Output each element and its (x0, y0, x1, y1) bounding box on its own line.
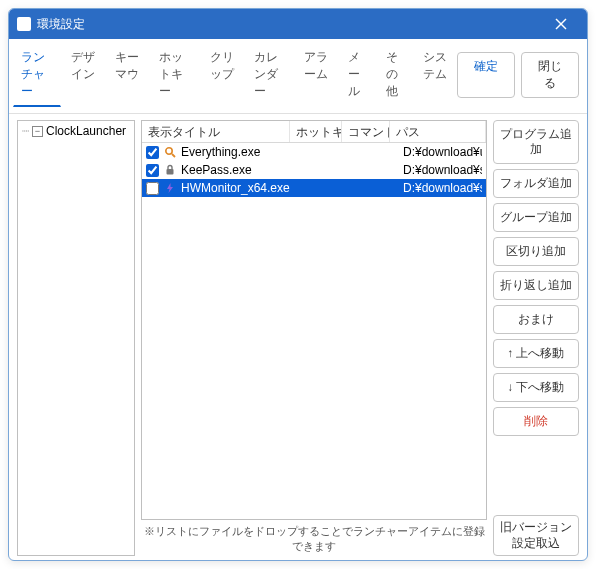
add-program-button[interactable]: プログラム追加 (493, 120, 579, 164)
col-title[interactable]: 表示タイトル (142, 121, 290, 142)
item-list[interactable]: 表示タイトル ホットキー コマンド パス Everything.exeD:¥do… (141, 120, 487, 520)
list-header: 表示タイトル ホットキー コマンド パス (142, 121, 486, 143)
bolt-icon (163, 181, 177, 195)
svg-marker-5 (167, 183, 173, 193)
add-separator-button[interactable]: 区切り追加 (493, 237, 579, 266)
window-title: 環境設定 (37, 16, 85, 33)
add-wrap-button[interactable]: 折り返し追加 (493, 271, 579, 300)
extra-button[interactable]: おまけ (493, 305, 579, 334)
tree-connector: ┈ (22, 124, 29, 138)
lock-icon (163, 163, 177, 177)
row-path: D:¥download¥utility¥ (403, 145, 482, 159)
close-icon[interactable] (543, 13, 579, 35)
svg-point-2 (166, 148, 172, 154)
tab-7[interactable]: メール (340, 43, 375, 107)
row-checkbox[interactable] (146, 164, 159, 177)
tab-9[interactable]: システム (415, 43, 457, 107)
titlebar: 環境設定 (9, 9, 587, 39)
app-icon (17, 17, 31, 31)
side-buttons: プログラム追加 フォルダ追加 グループ追加 区切り追加 折り返し追加 おまけ ↑… (493, 120, 579, 556)
svg-rect-4 (167, 169, 174, 175)
row-title: HWMonitor_x64.exe (181, 181, 303, 195)
legacy-import-button[interactable]: 旧バージョン 設定取込 (493, 515, 579, 556)
list-body: Everything.exeD:¥download¥utility¥KeePas… (142, 143, 486, 519)
tab-5[interactable]: カレンダー (246, 43, 294, 107)
col-hotkey[interactable]: ホットキー (290, 121, 342, 142)
tab-2[interactable]: キーマウ (107, 43, 149, 107)
row-path: D:¥download¥system (403, 181, 482, 195)
row-checkbox[interactable] (146, 146, 159, 159)
topbar: ランチャーデザインキーマウホットキークリップカレンダーアラームメールその他システ… (9, 39, 587, 114)
content: ┈ − ClockLauncher 表示タイトル ホットキー コマンド パス E… (9, 114, 587, 560)
col-command[interactable]: コマンド (342, 121, 390, 142)
move-up-button[interactable]: ↑ 上へ移動 (493, 339, 579, 368)
tab-4[interactable]: クリップ (202, 43, 244, 107)
legacy-line1: 旧バージョン (500, 520, 572, 534)
row-checkbox[interactable] (146, 182, 159, 195)
row-title: Everything.exe (181, 145, 303, 159)
tab-1[interactable]: デザイン (63, 43, 105, 107)
search-icon (163, 145, 177, 159)
delete-button[interactable]: 削除 (493, 407, 579, 436)
tab-8[interactable]: その他 (378, 43, 413, 107)
add-group-button[interactable]: グループ追加 (493, 203, 579, 232)
drop-hint: ※リストにファイルをドロップすることでランチャーアイテムに登録できます (141, 520, 487, 556)
svg-line-3 (172, 154, 175, 157)
tab-strip: ランチャーデザインキーマウホットキークリップカレンダーアラームメールその他システ… (13, 43, 457, 107)
tab-6[interactable]: アラーム (296, 43, 338, 107)
col-path[interactable]: パス (390, 121, 486, 142)
table-row[interactable]: Everything.exeD:¥download¥utility¥ (142, 143, 486, 161)
tree-root-item[interactable]: ┈ − ClockLauncher (20, 123, 132, 139)
tab-3[interactable]: ホットキー (151, 43, 199, 107)
tree-root-label: ClockLauncher (46, 124, 126, 138)
tree-panel[interactable]: ┈ − ClockLauncher (17, 120, 135, 556)
settings-window: 環境設定 ランチャーデザインキーマウホットキークリップカレンダーアラームメールそ… (8, 8, 588, 561)
add-folder-button[interactable]: フォルダ追加 (493, 169, 579, 198)
ok-button[interactable]: 確定 (457, 52, 515, 98)
collapse-icon[interactable]: − (32, 126, 43, 137)
legacy-line2: 設定取込 (512, 536, 560, 550)
row-path: D:¥download¥securit (403, 163, 482, 177)
close-button[interactable]: 閉じる (521, 52, 579, 98)
table-row[interactable]: HWMonitor_x64.exeD:¥download¥system (142, 179, 486, 197)
table-row[interactable]: KeePass.exeD:¥download¥securit (142, 161, 486, 179)
move-down-button[interactable]: ↓ 下へ移動 (493, 373, 579, 402)
tab-0[interactable]: ランチャー (13, 43, 61, 107)
row-title: KeePass.exe (181, 163, 303, 177)
